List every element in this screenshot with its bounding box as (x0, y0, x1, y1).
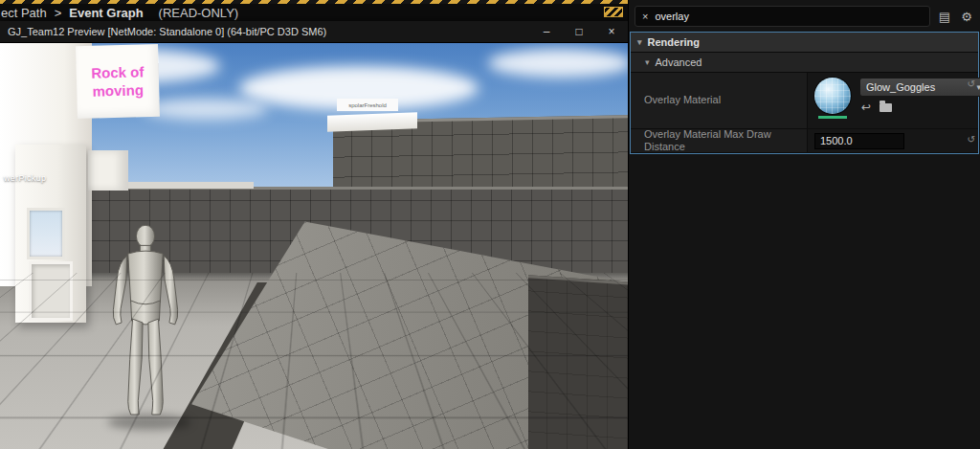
category-rendering[interactable]: ▾ Rendering (631, 33, 978, 53)
sign-text-line2: moving (92, 80, 144, 101)
preview-titlebar[interactable]: GJ_Team12 Preview [NetMode: Standalone 0… (0, 21, 628, 43)
material-picker: Glow_Goggles ▾ ↩ (859, 78, 980, 113)
search-query-text[interactable]: overlay (655, 11, 688, 22)
breadcrumb-graph-name[interactable]: Event Graph (69, 6, 143, 20)
readonly-label: (READ-ONLY) (159, 6, 239, 20)
property-label: Overlay Material (631, 73, 808, 128)
close-button[interactable]: × (595, 21, 628, 42)
grid-texture (528, 276, 628, 449)
asset-actions: ↩ (859, 101, 980, 113)
material-thumbnail[interactable] (814, 78, 851, 114)
white-cube (88, 150, 128, 191)
pickup-screen (27, 208, 65, 259)
details-panel: × overlay ▤ ⚙ ▾ Rendering ▾ Advanced Ove… (628, 0, 980, 449)
browse-to-asset-icon[interactable] (880, 103, 892, 112)
property-row-max-draw-distance: Overlay Material Max Draw Distance 1500.… (631, 129, 978, 153)
clear-search-icon[interactable]: × (642, 11, 648, 22)
max-draw-distance-input[interactable]: 1500.0 (814, 133, 904, 149)
details-focus-region: ▾ Rendering ▾ Advanced Overlay Material … (630, 32, 979, 154)
floating-platform (327, 112, 417, 131)
material-dropdown[interactable]: Glow_Goggles ▾ (859, 78, 980, 97)
sign-text-line1: Rock of (91, 62, 145, 82)
blueprint-breadcrumb-bar: ect Path > Event Graph (READ-ONLY) (0, 0, 628, 21)
minimize-button[interactable]: – (530, 21, 563, 42)
hazard-badge (604, 7, 623, 17)
use-selected-asset-icon[interactable]: ↩ (861, 101, 871, 113)
floating-actor-label: spolarFreshold (337, 99, 398, 111)
maximize-button[interactable]: □ (563, 21, 595, 42)
category-label: Rendering (648, 36, 700, 48)
pickup-machine (15, 145, 86, 323)
breadcrumb-path[interactable]: ect Path (1, 6, 47, 20)
simulation-hazard-stripes (0, 0, 628, 4)
property-row-overlay-material: Overlay Material Glow_Goggles ▾ ↩ (631, 73, 978, 129)
breadcrumb: ect Path > Event Graph (READ-ONLY) (1, 6, 238, 20)
chevron-down-icon[interactable]: ▾ (637, 37, 642, 47)
unreal-editor: ect Path > Event Graph (READ-ONLY) GJ_Te… (0, 0, 980, 449)
gear-icon[interactable]: ⚙ (959, 10, 974, 24)
mannequin-character (100, 221, 191, 424)
asset-type-color-bar (818, 116, 847, 119)
category-advanced[interactable]: ▾ Advanced (631, 53, 978, 73)
property-value: 1500.0 (808, 129, 978, 152)
dark-block (528, 275, 628, 449)
column-view-icon[interactable]: ▤ (937, 10, 952, 24)
search-input[interactable]: × overlay (635, 6, 930, 27)
material-dropdown-value: Glow_Goggles (866, 81, 972, 93)
cloud (488, 49, 628, 78)
game-viewport[interactable]: Rock of moving spolarFreshold werPickup (0, 43, 628, 449)
preview-window-title: GJ_Team12 Preview [NetMode: Standalone 0… (0, 26, 326, 37)
reset-to-default-icon[interactable]: ↺ (968, 79, 975, 89)
property-label: Overlay Material Max Draw Distance (631, 129, 808, 152)
material-thumbnail-wrap (814, 78, 851, 119)
window-controls: – □ × (530, 21, 628, 42)
preview-window: GJ_Team12 Preview [NetMode: Standalone 0… (0, 21, 628, 449)
pickup-actor-label: werPickup (4, 173, 46, 183)
reset-to-default-icon[interactable]: ↺ (968, 135, 975, 145)
chevron-down-icon[interactable]: ▾ (645, 57, 650, 67)
world-sign: Rock of moving (76, 44, 160, 119)
search-row: × overlay ▤ ⚙ (635, 5, 974, 28)
pickup-door-frame (29, 261, 73, 321)
chevron-down-icon: ▾ (976, 82, 980, 92)
property-value: Glow_Goggles ▾ ↩ (808, 73, 980, 128)
category-label: Advanced (656, 56, 702, 68)
cloud (144, 99, 268, 120)
breadcrumb-separator-icon: > (55, 6, 62, 20)
